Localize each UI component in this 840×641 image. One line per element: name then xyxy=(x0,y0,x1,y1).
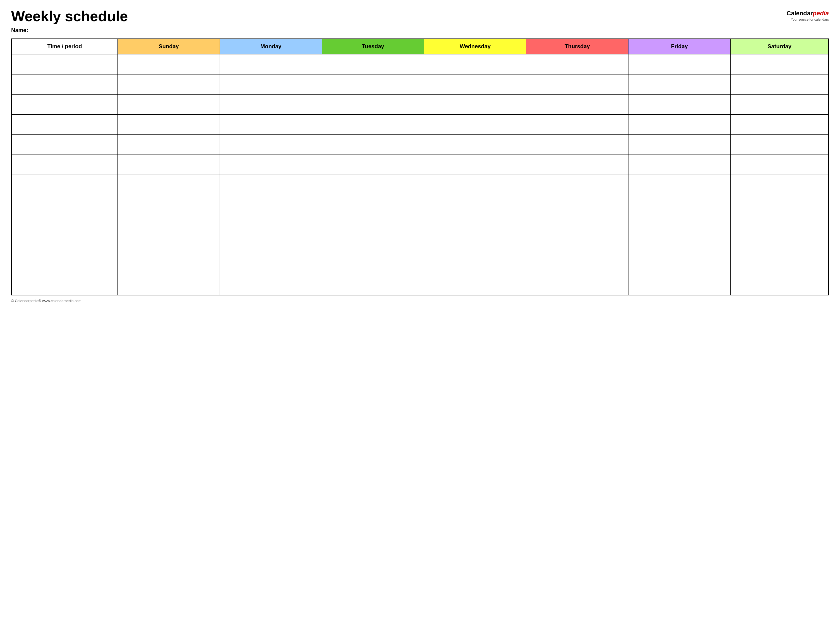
time-cell[interactable] xyxy=(11,275,118,295)
table-row[interactable] xyxy=(11,54,829,74)
schedule-cell[interactable] xyxy=(220,235,322,255)
table-row[interactable] xyxy=(11,134,829,155)
schedule-cell[interactable] xyxy=(118,155,220,175)
time-cell[interactable] xyxy=(11,235,118,255)
schedule-cell[interactable] xyxy=(526,54,629,74)
schedule-cell[interactable] xyxy=(322,134,424,155)
schedule-cell[interactable] xyxy=(118,175,220,195)
schedule-cell[interactable] xyxy=(424,215,526,235)
schedule-cell[interactable] xyxy=(424,175,526,195)
schedule-cell[interactable] xyxy=(629,275,730,295)
schedule-cell[interactable] xyxy=(322,195,424,215)
schedule-cell[interactable] xyxy=(629,74,730,94)
schedule-cell[interactable] xyxy=(424,195,526,215)
schedule-cell[interactable] xyxy=(629,195,730,215)
schedule-cell[interactable] xyxy=(730,235,829,255)
schedule-cell[interactable] xyxy=(424,94,526,114)
schedule-cell[interactable] xyxy=(322,94,424,114)
time-cell[interactable] xyxy=(11,114,118,134)
schedule-cell[interactable] xyxy=(322,255,424,275)
schedule-cell[interactable] xyxy=(526,94,629,114)
schedule-cell[interactable] xyxy=(118,255,220,275)
table-row[interactable] xyxy=(11,195,829,215)
schedule-cell[interactable] xyxy=(526,215,629,235)
schedule-cell[interactable] xyxy=(118,94,220,114)
time-cell[interactable] xyxy=(11,195,118,215)
time-cell[interactable] xyxy=(11,134,118,155)
schedule-cell[interactable] xyxy=(118,74,220,94)
schedule-cell[interactable] xyxy=(220,94,322,114)
schedule-cell[interactable] xyxy=(424,235,526,255)
schedule-cell[interactable] xyxy=(629,54,730,74)
schedule-cell[interactable] xyxy=(118,114,220,134)
schedule-cell[interactable] xyxy=(220,114,322,134)
time-cell[interactable] xyxy=(11,74,118,94)
time-cell[interactable] xyxy=(11,175,118,195)
schedule-cell[interactable] xyxy=(629,235,730,255)
schedule-cell[interactable] xyxy=(526,114,629,134)
time-cell[interactable] xyxy=(11,155,118,175)
schedule-cell[interactable] xyxy=(526,235,629,255)
schedule-cell[interactable] xyxy=(220,275,322,295)
table-row[interactable] xyxy=(11,235,829,255)
schedule-cell[interactable] xyxy=(730,255,829,275)
schedule-cell[interactable] xyxy=(730,134,829,155)
schedule-cell[interactable] xyxy=(629,114,730,134)
schedule-cell[interactable] xyxy=(526,74,629,94)
schedule-cell[interactable] xyxy=(220,215,322,235)
schedule-cell[interactable] xyxy=(629,155,730,175)
schedule-cell[interactable] xyxy=(322,175,424,195)
schedule-cell[interactable] xyxy=(220,175,322,195)
schedule-cell[interactable] xyxy=(730,195,829,215)
schedule-cell[interactable] xyxy=(424,54,526,74)
time-cell[interactable] xyxy=(11,94,118,114)
time-cell[interactable] xyxy=(11,54,118,74)
schedule-cell[interactable] xyxy=(220,255,322,275)
table-row[interactable] xyxy=(11,114,829,134)
schedule-cell[interactable] xyxy=(424,114,526,134)
table-row[interactable] xyxy=(11,275,829,295)
table-row[interactable] xyxy=(11,94,829,114)
schedule-cell[interactable] xyxy=(730,94,829,114)
schedule-cell[interactable] xyxy=(629,255,730,275)
schedule-cell[interactable] xyxy=(322,215,424,235)
time-cell[interactable] xyxy=(11,255,118,275)
table-row[interactable] xyxy=(11,155,829,175)
schedule-cell[interactable] xyxy=(526,275,629,295)
schedule-cell[interactable] xyxy=(424,134,526,155)
schedule-cell[interactable] xyxy=(730,74,829,94)
schedule-cell[interactable] xyxy=(629,94,730,114)
schedule-cell[interactable] xyxy=(526,175,629,195)
schedule-cell[interactable] xyxy=(730,54,829,74)
schedule-cell[interactable] xyxy=(730,155,829,175)
schedule-cell[interactable] xyxy=(526,134,629,155)
schedule-cell[interactable] xyxy=(629,215,730,235)
table-row[interactable] xyxy=(11,74,829,94)
schedule-cell[interactable] xyxy=(424,74,526,94)
table-row[interactable] xyxy=(11,175,829,195)
schedule-cell[interactable] xyxy=(118,275,220,295)
schedule-cell[interactable] xyxy=(629,134,730,155)
schedule-cell[interactable] xyxy=(322,155,424,175)
schedule-cell[interactable] xyxy=(424,275,526,295)
schedule-cell[interactable] xyxy=(322,74,424,94)
schedule-cell[interactable] xyxy=(220,195,322,215)
schedule-cell[interactable] xyxy=(629,175,730,195)
schedule-cell[interactable] xyxy=(322,54,424,74)
schedule-cell[interactable] xyxy=(424,255,526,275)
table-row[interactable] xyxy=(11,255,829,275)
schedule-cell[interactable] xyxy=(730,114,829,134)
schedule-cell[interactable] xyxy=(730,175,829,195)
schedule-cell[interactable] xyxy=(220,155,322,175)
schedule-cell[interactable] xyxy=(322,275,424,295)
schedule-cell[interactable] xyxy=(730,215,829,235)
time-cell[interactable] xyxy=(11,215,118,235)
schedule-cell[interactable] xyxy=(322,235,424,255)
schedule-cell[interactable] xyxy=(118,235,220,255)
schedule-cell[interactable] xyxy=(730,275,829,295)
schedule-cell[interactable] xyxy=(322,114,424,134)
schedule-cell[interactable] xyxy=(220,54,322,74)
schedule-cell[interactable] xyxy=(526,155,629,175)
table-row[interactable] xyxy=(11,215,829,235)
schedule-cell[interactable] xyxy=(220,134,322,155)
